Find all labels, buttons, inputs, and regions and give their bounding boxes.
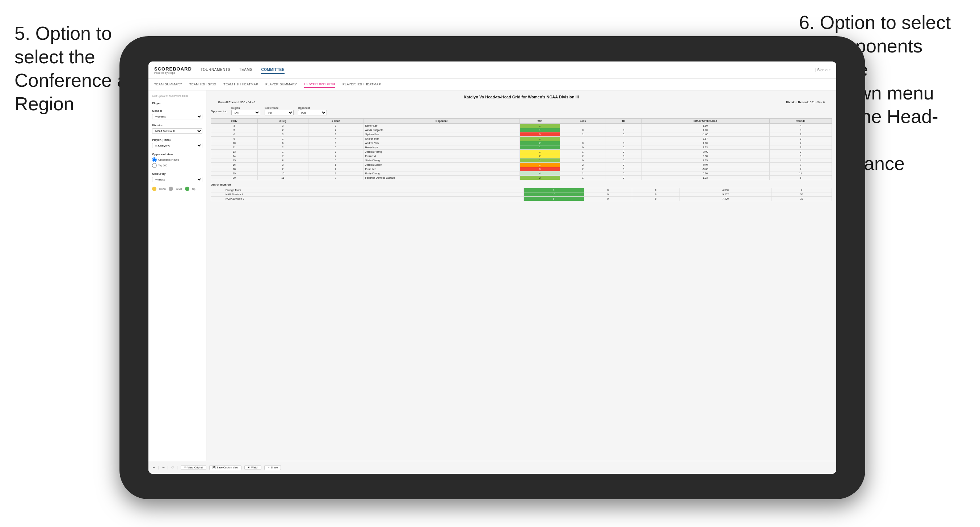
cell-conf: 2 — [308, 128, 363, 132]
sub-nav-player-summary[interactable]: PLAYER SUMMARY — [266, 81, 297, 87]
filter-conference-select[interactable]: (All) — [265, 110, 294, 115]
toolbar-share[interactable]: ↗ Share — [264, 465, 281, 470]
radio-opponents-played-input[interactable] — [152, 157, 157, 162]
cell-conf: 1 — [308, 150, 363, 154]
toolbar-sep1: | — [158, 465, 159, 470]
filter-region-select[interactable]: (All) — [231, 110, 260, 115]
ood-loss: 0 — [584, 188, 632, 192]
cell-loss: 0 — [560, 159, 606, 163]
ood-loss: 0 — [584, 192, 632, 197]
gender-select[interactable]: Women's — [152, 114, 202, 119]
sub-nav-player-h2h-grid[interactable]: PLAYER H2H GRID — [304, 81, 335, 88]
cell-opponent: Alexis Sudjianto — [363, 128, 520, 132]
cell-tie: 0 — [606, 176, 641, 180]
cell-tie: 0 — [606, 128, 641, 132]
division-record-label: Division Record: — [786, 100, 809, 104]
cell-reg: 3 — [258, 163, 308, 167]
cell-diff: 3.67 — [641, 137, 769, 141]
cell-tie: 0 — [606, 150, 641, 154]
ood-diff: 7.400 — [680, 197, 772, 201]
sub-nav-team-summary[interactable]: TEAM SUMMARY — [154, 81, 182, 87]
cell-reg: 3 — [258, 124, 308, 128]
cell-opponent: Federica Domecq Lacroze — [363, 176, 520, 180]
toolbar-view-original[interactable]: 👁 View: Original — [181, 465, 206, 470]
sub-nav-team-h2h-grid[interactable]: TEAM H2H GRID — [189, 81, 216, 87]
ood-rounds: 30 — [772, 192, 832, 197]
sign-out[interactable]: | Sign out — [815, 68, 830, 72]
cell-loss: 0 — [560, 145, 606, 150]
toolbar-watch[interactable]: 👁 Watch — [244, 465, 262, 470]
sidebar-timestamp: Last Updated: 27/03/2024 10:34 — [152, 95, 202, 97]
annotation-left-line4: Region — [14, 93, 74, 114]
toolbar-sep3: | — [177, 465, 178, 470]
filter-opponent-label: Opponent — [298, 107, 327, 109]
cell-div: 13 — [211, 150, 258, 154]
cell-win: 1 — [520, 145, 560, 150]
cell-rounds: 3 — [769, 137, 832, 141]
nav-item-teams[interactable]: TEAMS — [239, 66, 252, 74]
cell-opponent: Stella Cheng — [363, 159, 520, 163]
cell-tie: 0 — [606, 132, 641, 137]
ood-tie: 0 — [632, 197, 679, 201]
ood-row: NAIA Division 1 15 0 0 9.267 30 — [211, 192, 832, 197]
bottom-toolbar: ↩ | ↪ | ↺ | 👁 View: Original 💾 Save Cust… — [148, 461, 836, 474]
filter-group-region: Region (All) — [231, 107, 260, 115]
division-select[interactable]: NCAA Division III — [152, 129, 202, 134]
overall-record-label: Overall Record: — [218, 100, 240, 104]
cell-reg: 2 — [258, 145, 308, 150]
table-header-row: # Div # Reg # Conf Opponent Win Loss Tie… — [211, 119, 832, 124]
toolbar-undo[interactable]: ↩ — [153, 466, 155, 469]
table-row: 3 3 1 Esther Lee 1 1.50 4 — [211, 124, 832, 128]
ood-rounds: 2 — [772, 188, 832, 192]
toolbar-save-custom[interactable]: 💾 Save Custom View — [209, 465, 242, 470]
color-by-select[interactable]: Win/loss — [152, 177, 202, 182]
sub-nav-player-h2h-heatmap[interactable]: PLAYER H2H HEATMAP — [342, 81, 381, 87]
main-content: Last Updated: 27/03/2024 10:34 Player Ge… — [148, 90, 836, 461]
cell-loss: 2 — [560, 154, 606, 159]
overall-record-value: 353 - 34 - 6 — [240, 100, 255, 104]
th-rounds: Rounds — [769, 119, 832, 124]
ood-row: Foreign Team 1 0 0 4.500 2 — [211, 188, 832, 192]
player-rank-select[interactable]: 8. Katelyn Vo — [152, 143, 202, 148]
cell-reg: 11 — [258, 176, 308, 180]
filter-region-label: Region — [231, 107, 260, 109]
table-row: 14 7 4 Eunice Yi 2 2 0 0.38 9 — [211, 154, 832, 159]
filter-opponent-select[interactable]: (All) — [298, 110, 327, 115]
nav-item-tournaments[interactable]: TOURNAMENTS — [200, 66, 231, 74]
color-label-level: Level — [176, 188, 182, 190]
cell-div: 11 — [211, 145, 258, 150]
cell-opponent: Emily Chang — [363, 171, 520, 176]
toolbar-redo[interactable]: ↪ — [162, 466, 165, 469]
cell-loss: 2 — [560, 163, 606, 167]
cell-loss: 1 — [560, 132, 606, 137]
cell-opponent: Andrea York — [363, 141, 520, 145]
cell-reg: 2 — [258, 167, 308, 171]
cell-loss: 0 — [560, 128, 606, 132]
table-row: 13 1 1 Jessica Huang 1 1 0 -3.00 2 — [211, 150, 832, 154]
cell-reg: 6 — [258, 141, 308, 145]
radio-opponents-played[interactable]: Opponents Played — [152, 157, 202, 162]
table-row: 9 1 4 Sharon Mun 1 3.67 3 — [211, 137, 832, 141]
logo-sub: Powered by clippd — [154, 71, 192, 74]
radio-top100[interactable]: Top 100 — [152, 163, 202, 168]
th-div: # Div — [211, 119, 258, 124]
cell-rounds: 4 — [769, 124, 832, 128]
ood-row: NCAA Division 2 5 0 0 7.400 10 — [211, 197, 832, 201]
division-record: Division Record: 331 - 34 - 6 — [786, 100, 825, 104]
ood-win: 15 — [523, 192, 584, 197]
table-row: 5 2 2 Alexis Sudjianto 1 0 0 4.00 3 — [211, 128, 832, 132]
radio-top100-input[interactable] — [152, 163, 157, 168]
sub-nav-team-h2h-heatmap[interactable]: TEAM H2H HEATMAP — [223, 81, 258, 87]
table-body: 3 3 1 Esther Lee 1 1.50 4 5 2 2 Alexis S… — [211, 124, 832, 180]
toolbar-refresh[interactable]: ↺ — [171, 466, 174, 469]
filter-row: Opponents: Region (All) Conference (All) — [211, 107, 832, 115]
cell-loss: 2 — [560, 167, 606, 171]
ood-diff: 9.267 — [680, 192, 772, 197]
cell-opponent: Sharon Mun — [363, 137, 520, 141]
cell-div: 18 — [211, 167, 258, 171]
nav-item-committee[interactable]: COMMITTEE — [261, 66, 285, 74]
table-row: 6 3 3 Sydney Kuo 0 1 0 -1.00 3 — [211, 132, 832, 137]
cell-opponent: Heejo Hyun — [363, 145, 520, 150]
cell-tie: 0 — [606, 171, 641, 176]
sidebar-section-player: Player — [152, 102, 202, 105]
